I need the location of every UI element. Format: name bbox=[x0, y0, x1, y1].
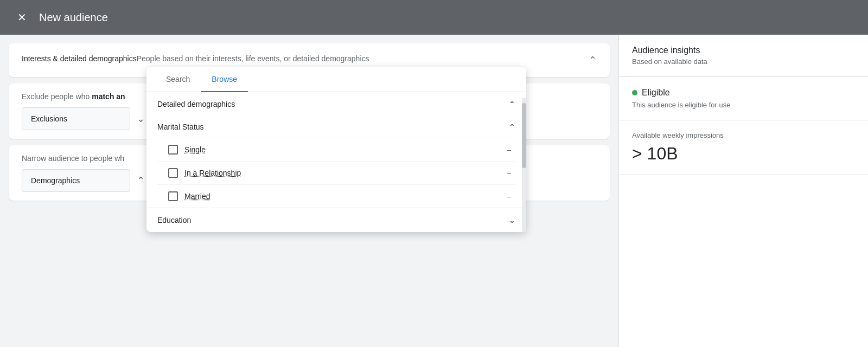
tab-search[interactable]: Search bbox=[155, 67, 201, 92]
married-value: – bbox=[507, 192, 511, 201]
single-value: – bbox=[507, 145, 511, 154]
insights-subtitle: Based on available data bbox=[632, 57, 855, 66]
insights-header: Audience insights Based on available dat… bbox=[619, 35, 868, 77]
browse-dropdown: Search Browse Detailed demographics ⌃ Ma… bbox=[146, 67, 526, 232]
browse-content: Detailed demographics ⌃ Marital Status ⌃… bbox=[146, 92, 526, 232]
marital-status-section: Marital Status ⌃ Single – In a Rel bbox=[146, 116, 526, 208]
marital-status-header[interactable]: Marital Status ⌃ bbox=[157, 116, 515, 138]
marital-status-label: Marital Status bbox=[157, 123, 204, 131]
main-layout: Interests & detailed demographics People… bbox=[0, 35, 868, 347]
page-header: ✕ New audience bbox=[0, 0, 868, 35]
demographics-box[interactable]: Demographics bbox=[22, 169, 130, 192]
married-item: Married – bbox=[157, 185, 515, 208]
scroll-thumb[interactable] bbox=[522, 103, 526, 168]
eligible-section: Eligible This audience is eligible for u… bbox=[619, 77, 868, 120]
insights-title: Audience insights bbox=[632, 46, 855, 55]
exclude-match-bold: match an bbox=[92, 92, 125, 101]
eligible-badge: Eligible bbox=[632, 88, 855, 98]
scroll-track[interactable] bbox=[522, 98, 526, 232]
detailed-demographics-header[interactable]: Detailed demographics ⌃ bbox=[146, 92, 526, 116]
detailed-demographics-category: Detailed demographics ⌃ Marital Status ⌃… bbox=[146, 92, 526, 208]
interests-description: People based on their interests, life ev… bbox=[137, 54, 589, 63]
single-checkbox[interactable] bbox=[168, 145, 178, 155]
single-item: Single – bbox=[157, 138, 515, 162]
exclusions-dropdown-icon[interactable]: ⌄ bbox=[137, 113, 145, 125]
impressions-value: > 10B bbox=[632, 144, 855, 164]
left-panel: Interests & detailed demographics People… bbox=[0, 35, 618, 347]
detailed-demographics-collapse-icon: ⌃ bbox=[509, 100, 515, 108]
page-title: New audience bbox=[39, 11, 108, 24]
close-button[interactable]: ✕ bbox=[13, 9, 30, 26]
interests-collapse-icon[interactable]: ⌃ bbox=[589, 54, 597, 66]
education-section-header[interactable]: Education ⌄ bbox=[146, 208, 526, 232]
in-a-relationship-value: – bbox=[507, 169, 511, 177]
right-panel: Audience insights Based on available dat… bbox=[618, 35, 868, 347]
exclusions-box[interactable]: Exclusions bbox=[22, 107, 130, 130]
single-label[interactable]: Single bbox=[184, 145, 500, 154]
in-a-relationship-item: In a Relationship – bbox=[157, 162, 515, 185]
eligible-description: This audience is eligible for use bbox=[632, 101, 855, 109]
demographics-expand-icon[interactable]: ⌃ bbox=[137, 175, 145, 187]
education-expand-icon: ⌄ bbox=[509, 216, 515, 224]
interests-label: Interests & detailed demographics bbox=[22, 54, 137, 63]
tabs-bar: Search Browse bbox=[146, 67, 526, 92]
married-checkbox[interactable] bbox=[168, 191, 178, 201]
in-a-relationship-checkbox[interactable] bbox=[168, 168, 178, 178]
education-label: Education bbox=[157, 216, 191, 224]
impressions-section: Available weekly impressions > 10B bbox=[619, 120, 868, 175]
eligible-label: Eligible bbox=[642, 88, 670, 98]
interests-section-header: Interests & detailed demographics People… bbox=[22, 54, 597, 66]
detailed-demographics-label: Detailed demographics bbox=[157, 100, 235, 108]
close-icon: ✕ bbox=[17, 11, 27, 24]
marital-status-collapse-icon: ⌃ bbox=[509, 123, 515, 131]
in-a-relationship-label[interactable]: In a Relationship bbox=[184, 169, 500, 177]
tab-browse[interactable]: Browse bbox=[201, 67, 248, 92]
married-label[interactable]: Married bbox=[184, 192, 500, 201]
impressions-label: Available weekly impressions bbox=[632, 131, 855, 139]
eligible-status-dot bbox=[632, 90, 637, 95]
